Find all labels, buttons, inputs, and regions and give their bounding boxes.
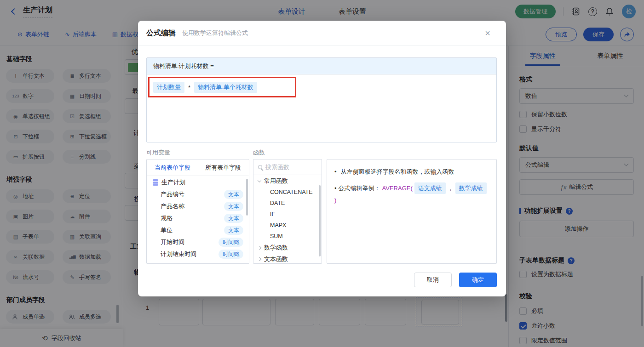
chevron-down-icon [258, 178, 261, 182]
function-search[interactable] [253, 159, 322, 175]
search-icon [258, 165, 262, 169]
variable-row[interactable]: 规格文本 [147, 212, 249, 224]
type-tag: 文本 [224, 226, 243, 235]
function-group-text[interactable]: 文本函数 [253, 253, 322, 264]
confirm-button[interactable]: 确定 [459, 273, 497, 287]
tab-current-form-fields[interactable]: 当前表单字段 [155, 164, 190, 172]
formula-editor[interactable]: 物料清单.计划耗材数 = 计划数量 * 物料清单.单个耗材数 [146, 57, 497, 142]
function-item[interactable]: IF [253, 209, 322, 220]
variable-row[interactable]: 产品编号文本 [147, 188, 249, 200]
modal-footer: 取消 确定 [414, 273, 497, 287]
chevron-right-icon [258, 257, 261, 261]
formula-edit-modal: 公式编辑 使用数学运算符编辑公式 × 物料清单.计划耗材数 = 计划数量 * 物… [138, 21, 506, 296]
variable-row[interactable]: 单位文本 [147, 224, 249, 236]
formula-operator: * [188, 84, 190, 91]
example-field-chip: 语文成绩 [414, 182, 446, 194]
function-item[interactable]: SUM [253, 231, 322, 242]
variables-scrollbar[interactable] [246, 179, 248, 216]
function-group-math[interactable]: 数学函数 [253, 242, 322, 253]
formula-target: 物料清单.计划耗材数 = [147, 58, 496, 74]
type-tag: 文本 [224, 202, 243, 211]
tip-line-1: • 从左侧面板选择字段名和函数，或输入函数 [334, 167, 489, 176]
tips-panel: • 从左侧面板选择字段名和函数，或输入函数 • 公式编辑举例： AVERAGE(… [327, 159, 497, 264]
variable-row[interactable]: 开始时间时间戳 [147, 236, 249, 248]
function-search-input[interactable] [265, 164, 311, 171]
variable-row[interactable]: 产品名称文本 [147, 200, 249, 212]
formula-field-chip[interactable]: 计划数量 [153, 82, 184, 93]
modal-subtitle: 使用数学运算符编辑公式 [182, 29, 248, 37]
type-tag: 时间戳 [218, 250, 243, 259]
example-function-close: ) [334, 196, 336, 205]
example-function-name: AVERAGE( [382, 184, 413, 193]
type-tag: 文本 [224, 214, 243, 223]
modal-header: 公式编辑 使用数学运算符编辑公式 × [138, 21, 506, 46]
functions-label: 函数 [253, 148, 265, 157]
formula-expression[interactable]: 计划数量 * 物料清单.单个耗材数 [147, 74, 496, 100]
tab-all-form-fields[interactable]: 所有表单字段 [205, 164, 241, 172]
example-field-chip: 数学成绩 [455, 182, 487, 194]
tip-line-2: • 公式编辑举例： AVERAGE( 语文成绩 ， 数学成绩 ) [334, 182, 489, 205]
variables-tabs: 当前表单字段 所有表单字段 [147, 159, 249, 176]
variables-label: 可用变量 [146, 148, 170, 157]
variable-row[interactable]: 计划结束时间时间戳 [147, 248, 249, 260]
tree-node-form[interactable]: 生产计划 [147, 176, 249, 188]
formula-field-chip[interactable]: 物料清单.单个耗材数 [194, 82, 257, 93]
form-doc-icon [153, 179, 158, 186]
functions-panel: 常用函数 CONCATENATE DATE IF MAPX SUM 数学函数 文… [253, 159, 322, 264]
function-group-common[interactable]: 常用函数 [253, 175, 322, 187]
app-window: 生产计划 表单设计 表单设置 数据管理 ? 检 [0, 0, 644, 347]
function-item[interactable]: MAPX [253, 220, 322, 231]
function-item[interactable]: CONCATENATE [253, 187, 322, 198]
type-tag: 时间戳 [218, 238, 243, 247]
functions-scrollbar[interactable] [319, 185, 321, 256]
function-item[interactable]: DATE [253, 198, 322, 209]
cancel-button[interactable]: 取消 [414, 273, 452, 287]
chevron-right-icon [258, 245, 261, 249]
close-icon[interactable]: × [485, 28, 490, 38]
type-tag: 文本 [224, 190, 243, 199]
modal-title: 公式编辑 [146, 28, 176, 38]
variables-panel: 当前表单字段 所有表单字段 生产计划 产品编号文本 产品名称文本 规格文本 单位… [146, 159, 249, 264]
